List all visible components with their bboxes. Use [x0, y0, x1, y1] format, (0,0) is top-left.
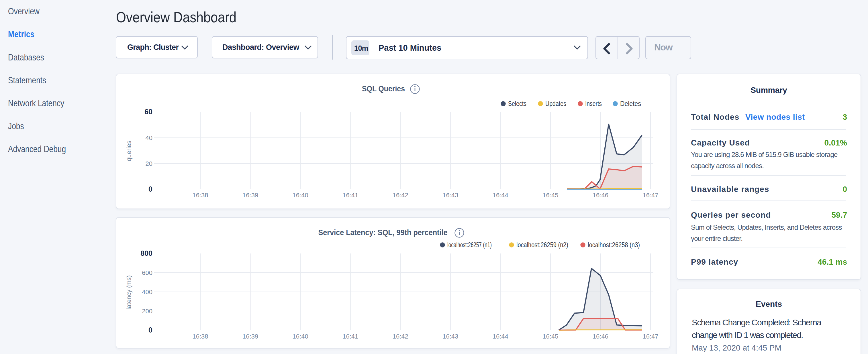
svg-text:16:40: 16:40 — [292, 192, 308, 199]
svg-text:16:42: 16:42 — [393, 192, 408, 199]
svg-text:16:47: 16:47 — [643, 192, 658, 199]
svg-text:16:38: 16:38 — [192, 192, 208, 199]
svg-text:16:39: 16:39 — [242, 333, 258, 340]
svg-text:16:45: 16:45 — [542, 192, 558, 199]
svg-text:16:44: 16:44 — [493, 192, 508, 199]
svg-text:16:47: 16:47 — [643, 333, 658, 340]
svg-text:Service Latency: SQL, 99th per: Service Latency: SQL, 99th percentile — [318, 228, 447, 237]
svg-text:400: 400 — [142, 288, 152, 296]
svg-text:800: 800 — [141, 249, 152, 257]
svg-text:16:39: 16:39 — [242, 192, 258, 199]
svg-text:16:45: 16:45 — [542, 333, 558, 340]
svg-text:16:43: 16:43 — [442, 192, 458, 199]
svg-text:16:41: 16:41 — [342, 192, 358, 199]
svg-text:0: 0 — [149, 185, 152, 193]
svg-text:localhost:26258 (n3): localhost:26258 (n3) — [588, 241, 640, 249]
svg-text:localhost:26259 (n2): localhost:26259 (n2) — [517, 241, 568, 249]
svg-text:Inserts: Inserts — [585, 100, 602, 107]
svg-text:20: 20 — [146, 160, 152, 167]
svg-text:600: 600 — [142, 269, 152, 277]
svg-text:16:46: 16:46 — [593, 192, 608, 199]
svg-text:16:41: 16:41 — [342, 333, 358, 340]
svg-text:16:46: 16:46 — [593, 333, 608, 340]
svg-text:Deletes: Deletes — [620, 100, 641, 107]
svg-text:16:42: 16:42 — [393, 333, 408, 340]
svg-text:16:43: 16:43 — [442, 333, 458, 340]
svg-text:16:38: 16:38 — [192, 333, 208, 340]
svg-text:16:44: 16:44 — [493, 333, 508, 340]
svg-text:Selects: Selects — [508, 100, 526, 107]
svg-text:40: 40 — [146, 134, 152, 141]
svg-text:Updates: Updates — [545, 100, 566, 107]
svg-text:16:40: 16:40 — [292, 333, 308, 340]
svg-text:200: 200 — [142, 308, 152, 315]
svg-text:0: 0 — [149, 326, 152, 334]
svg-text:SQL Queries: SQL Queries — [362, 84, 405, 93]
svg-text:localhost:26257 (n1): localhost:26257 (n1) — [447, 241, 492, 249]
svg-text:60: 60 — [145, 108, 152, 116]
